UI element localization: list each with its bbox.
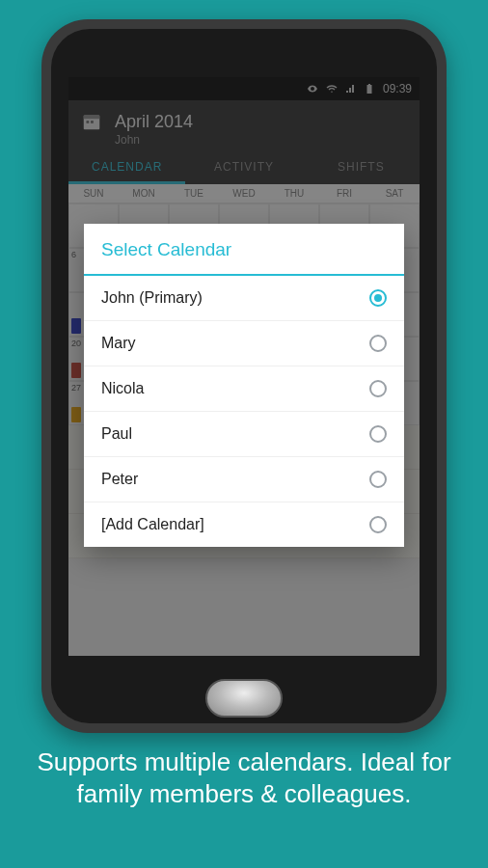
calendar-option-add[interactable]: [Add Calendar] bbox=[84, 502, 404, 547]
marketing-caption: Supports multiple calendars. Ideal for f… bbox=[0, 733, 488, 809]
option-label: John (Primary) bbox=[101, 289, 203, 307]
radio-icon bbox=[369, 425, 387, 443]
dialog-title: Select Calendar bbox=[84, 224, 404, 276]
calendar-option-peter[interactable]: Peter bbox=[84, 457, 404, 502]
calendar-option-nicola[interactable]: Nicola bbox=[84, 366, 404, 412]
home-button[interactable] bbox=[205, 679, 283, 718]
radio-icon bbox=[369, 516, 387, 533]
phone-inner: 09:39 April 2014 John CALENDAR ACTIVITY … bbox=[51, 29, 437, 723]
radio-icon bbox=[369, 380, 387, 397]
option-label: Peter bbox=[101, 471, 138, 488]
phone-frame: SAMSUNG 09:39 bbox=[41, 19, 447, 733]
radio-icon bbox=[369, 335, 387, 352]
option-label: [Add Calendar] bbox=[101, 516, 204, 533]
radio-icon bbox=[369, 289, 387, 307]
calendar-option-mary[interactable]: Mary bbox=[84, 321, 404, 366]
select-calendar-dialog: Select Calendar John (Primary) Mary Nico… bbox=[84, 224, 404, 547]
option-label: Nicola bbox=[101, 380, 144, 397]
radio-icon bbox=[369, 471, 387, 488]
option-label: Paul bbox=[101, 425, 132, 443]
calendar-option-paul[interactable]: Paul bbox=[84, 412, 404, 457]
screen: 09:39 April 2014 John CALENDAR ACTIVITY … bbox=[68, 77, 420, 656]
calendar-option-john[interactable]: John (Primary) bbox=[84, 276, 404, 321]
option-label: Mary bbox=[101, 335, 136, 352]
